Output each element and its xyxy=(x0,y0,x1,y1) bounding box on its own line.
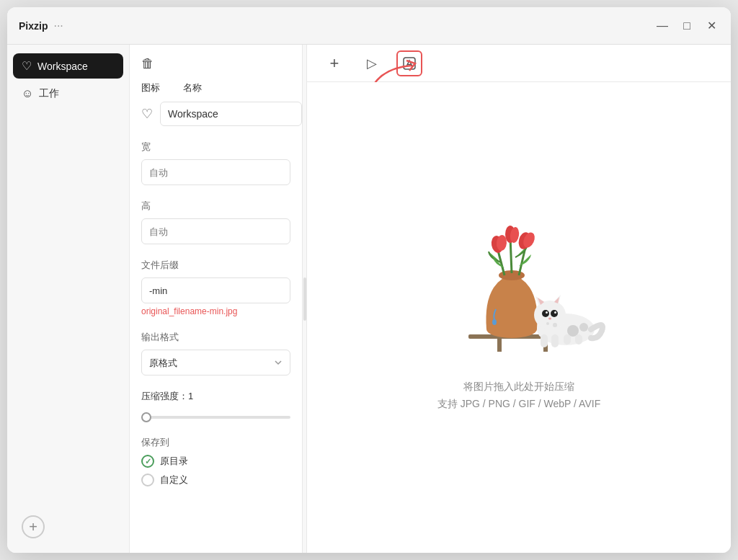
save-original-option[interactable]: 原目录 xyxy=(141,455,290,468)
sidebar-item-work[interactable]: ☺ 工作 xyxy=(13,81,123,106)
col-headers: 图标 名称 xyxy=(141,81,290,94)
drop-illustration xyxy=(432,223,605,367)
format-section: 输出格式 原格式 JPG PNG WebP AVIF xyxy=(141,331,290,375)
sidebar-item-workspace[interactable]: ♡ Workspace xyxy=(13,53,123,79)
save-custom-label: 自定义 xyxy=(160,474,188,486)
sidebar-item-workspace-label: Workspace xyxy=(37,61,88,72)
app-title: Pixzip xyxy=(19,20,48,32)
suffix-section: 文件后缀 original_filename-min.jpg xyxy=(141,259,290,316)
svg-point-26 xyxy=(548,317,551,319)
save-radio-group: 原目录 自定义 xyxy=(141,455,290,486)
radio-custom-indicator xyxy=(141,474,154,486)
width-section: 宽 xyxy=(141,141,290,185)
filename-suffix-red: -min xyxy=(207,306,223,316)
save-custom-option[interactable]: 自定义 xyxy=(141,474,290,486)
name-col-header: 名称 xyxy=(183,81,202,94)
add-button[interactable]: + xyxy=(321,50,347,76)
width-input[interactable] xyxy=(141,159,290,185)
workspace-name-row: ♡ xyxy=(141,102,290,126)
app-menu-dots[interactable]: ··· xyxy=(53,19,63,32)
svg-point-23 xyxy=(551,310,558,317)
svg-point-6 xyxy=(492,319,497,325)
minimize-button[interactable]: — xyxy=(654,18,670,34)
svg-point-22 xyxy=(542,310,549,317)
scrollbar-thumb xyxy=(303,277,306,321)
svg-rect-34 xyxy=(575,334,582,345)
save-original-label: 原目录 xyxy=(160,455,188,468)
sidebar-footer: + xyxy=(13,510,123,544)
compression-label: 压缩强度：1 xyxy=(141,390,290,403)
toolbar: + ▷ xyxy=(307,45,731,82)
maximize-button[interactable]: □ xyxy=(679,18,695,34)
filename-ext: .jpg xyxy=(223,306,237,316)
svg-point-29 xyxy=(567,325,579,337)
svg-point-25 xyxy=(554,311,556,314)
svg-rect-32 xyxy=(551,334,559,347)
height-input[interactable] xyxy=(141,218,290,244)
settings-panel: 🗑 图标 名称 ♡ 宽 高 xyxy=(130,45,303,553)
right-panel: + ▷ xyxy=(307,45,731,553)
filename-preview: original_filename-min.jpg xyxy=(141,306,290,316)
drop-text: 将图片拖入此处开始压缩 支持 JPG / PNG / GIF / WebP / … xyxy=(437,378,600,413)
svg-point-27 xyxy=(546,322,549,325)
suffix-input[interactable] xyxy=(141,277,290,303)
workspace-name-input[interactable] xyxy=(160,102,302,126)
compress-icon xyxy=(401,55,417,71)
drop-text-line2: 支持 JPG / PNG / GIF / WebP / AVIF xyxy=(437,396,600,413)
drop-area[interactable]: 将图片拖入此处开始压缩 支持 JPG / PNG / GIF / WebP / … xyxy=(307,82,731,553)
suffix-label: 文件后缀 xyxy=(141,259,290,272)
compression-section: 压缩强度：1 xyxy=(141,390,290,422)
filename-prefix: original_filename xyxy=(141,306,207,316)
illustration xyxy=(432,223,605,367)
titlebar: Pixzip ··· — □ ✕ xyxy=(7,7,731,45)
width-label: 宽 xyxy=(141,141,290,154)
sidebar: ♡ Workspace ☺ 工作 + xyxy=(7,45,130,553)
format-label: 输出格式 xyxy=(141,331,290,344)
window-controls: — □ ✕ xyxy=(654,18,719,34)
save-label: 保存到 xyxy=(141,436,290,449)
height-label: 高 xyxy=(141,200,290,213)
svg-rect-33 xyxy=(564,334,571,345)
save-section: 保存到 原目录 自定义 xyxy=(141,436,290,486)
content-area: ♡ Workspace ☺ 工作 + 🗑 图标 名称 xyxy=(7,45,731,553)
close-button[interactable]: ✕ xyxy=(703,18,719,34)
drop-text-line1: 将图片拖入此处开始压缩 xyxy=(437,378,600,396)
work-icon: ☺ xyxy=(22,87,33,100)
svg-point-30 xyxy=(579,323,588,332)
svg-point-28 xyxy=(553,323,557,327)
svg-point-17 xyxy=(534,301,566,329)
compression-slider[interactable] xyxy=(141,416,290,419)
add-workspace-button[interactable]: + xyxy=(22,515,45,538)
svg-rect-31 xyxy=(541,334,548,347)
icon-col-header: 图标 xyxy=(141,81,160,94)
compress-button[interactable] xyxy=(396,50,422,76)
delete-icon[interactable]: 🗑 xyxy=(141,56,154,71)
compression-value: 1 xyxy=(188,391,193,401)
play-button[interactable]: ▷ xyxy=(359,50,385,76)
radio-original-indicator xyxy=(141,455,154,468)
settings-wrapper: 🗑 图标 名称 ♡ 宽 高 xyxy=(130,45,307,553)
height-section: 高 xyxy=(141,200,290,244)
svg-point-24 xyxy=(546,311,548,314)
workspace-icon: ♡ xyxy=(22,59,32,73)
sidebar-item-work-label: 工作 xyxy=(39,87,59,100)
svg-rect-2 xyxy=(497,339,502,352)
workspace-icon-cell: ♡ xyxy=(141,102,153,125)
format-select[interactable]: 原格式 JPG PNG WebP AVIF xyxy=(141,350,290,375)
